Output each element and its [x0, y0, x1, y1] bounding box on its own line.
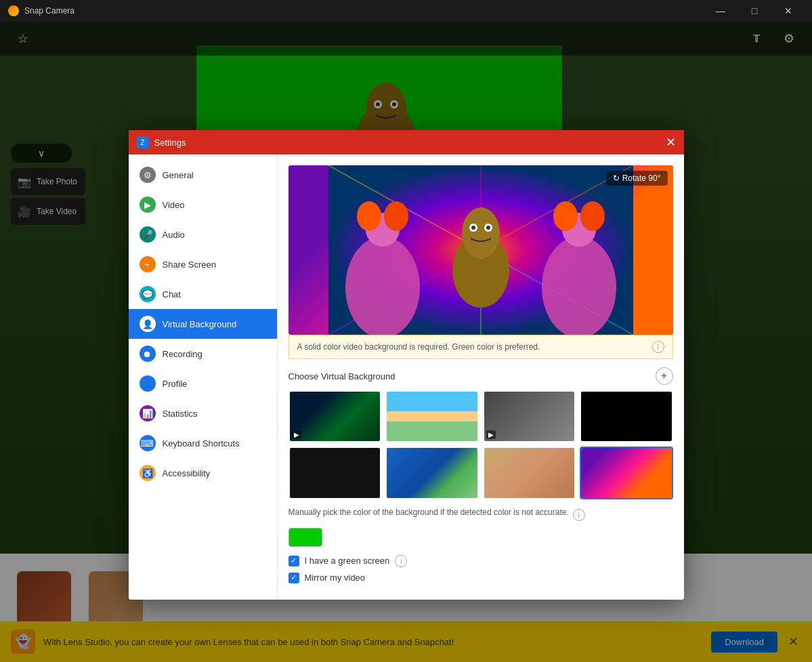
window-close-button[interactable]: ✕ — [773, 0, 804, 22]
svg-point-18 — [384, 201, 408, 231]
add-background-button[interactable]: + — [656, 367, 673, 385]
sidebar-item-video[interactable]: ▶ Video — [129, 190, 277, 220]
thumb-image — [290, 392, 381, 441]
choose-title: Choose Virtual Background — [289, 371, 396, 381]
sidebar-item-label: Chat — [163, 289, 181, 299]
thumbnails-grid: ▶ ▶ — [289, 390, 673, 499]
title-bar-controls: — □ ✕ — [705, 0, 804, 22]
video-indicator: ▶ — [486, 430, 496, 439]
choose-virtual-background-section: Choose Virtual Background + ▶ — [289, 367, 673, 499]
sidebar-item-label: Keyboard Shortcuts — [163, 438, 240, 449]
app-title: Snap Camera — [24, 6, 74, 16]
warning-text: A solid color video background is requir… — [297, 342, 540, 352]
modal-close-button[interactable]: ✕ — [666, 136, 676, 148]
background-thumbnail-aurora[interactable]: ▶ — [289, 390, 382, 442]
sidebar-item-virtual-background[interactable]: 👤 Virtual Background — [129, 309, 277, 339]
preview-container: ↻ Rotate 90° — [289, 165, 673, 335]
app-container: ☆ 𝕋 ⚙ ∨ — [0, 22, 812, 662]
svg-point-19 — [553, 201, 578, 231]
green-screen-checkbox-row: ✓ I have a green screen i — [289, 555, 673, 567]
svg-point-13 — [345, 236, 420, 335]
virtual-background-icon: 👤 — [140, 316, 156, 332]
mirror-video-label: Mirror my video — [305, 573, 366, 583]
svg-point-25 — [471, 226, 475, 230]
sidebar-item-statistics[interactable]: 📊 Statistics — [129, 398, 277, 428]
color-info-icon[interactable]: i — [573, 509, 585, 521]
sidebar-item-label: Virtual Background — [163, 319, 237, 329]
svg-point-20 — [580, 201, 605, 231]
audio-icon: 🎤 — [140, 226, 156, 243]
green-screen-checkbox[interactable]: ✓ — [289, 556, 299, 566]
sidebar-item-chat[interactable]: 💬 Chat — [129, 279, 277, 309]
title-bar-left: Snap Camera — [8, 5, 74, 16]
general-icon: ⚙ — [140, 167, 156, 183]
statistics-icon: 📊 — [140, 405, 156, 421]
sidebar-item-label: Profile — [163, 379, 188, 389]
svg-point-22 — [462, 207, 500, 259]
color-section-text: Manually pick the color of the backgroun… — [289, 508, 569, 517]
color-swatch[interactable] — [289, 528, 322, 547]
mirror-video-checkbox[interactable]: ✓ — [289, 573, 299, 583]
chat-icon: 💬 — [140, 286, 156, 302]
modal-body: ⚙ General ▶ Video 🎤 Audio + Share Screen — [129, 154, 684, 600]
keyboard-icon: ⌨ — [140, 435, 156, 451]
green-screen-label: I have a green screen — [305, 556, 390, 566]
info-icon[interactable]: i — [652, 341, 664, 353]
background-thumbnail-beach[interactable] — [385, 390, 479, 442]
sidebar-item-label: Audio — [163, 230, 185, 240]
modal-overlay: Z Settings ✕ ⚙ General ▶ Video — [0, 22, 812, 662]
mirror-video-checkbox-row: ✓ Mirror my video — [289, 573, 673, 583]
sidebar-item-label: Video — [163, 200, 185, 210]
background-thumbnail-cats[interactable] — [483, 447, 576, 499]
color-picker-row — [289, 528, 673, 547]
thumb-image — [581, 448, 672, 497]
sidebar-item-profile[interactable]: 👤 Profile — [129, 369, 277, 398]
sidebar-item-audio[interactable]: 🎤 Audio — [129, 220, 277, 249]
background-thumbnail-earth[interactable] — [385, 447, 479, 499]
sidebar-item-label: Recording — [163, 349, 202, 359]
thumb-image — [484, 392, 575, 441]
rotate-button[interactable]: ↻ Rotate 90° — [606, 171, 667, 186]
sidebar-item-label: Share Screen — [163, 260, 217, 270]
video-indicator: ▶ — [292, 430, 301, 439]
background-thumbnail-dark[interactable] — [580, 390, 673, 442]
svg-point-26 — [486, 226, 490, 230]
settings-content: ↻ Rotate 90° A solid color video backgro… — [278, 154, 684, 600]
background-thumbnail-party[interactable] — [580, 447, 673, 499]
minimize-button[interactable]: — — [705, 0, 736, 22]
sidebar-item-recording[interactable]: ⏺ Recording — [129, 339, 277, 369]
title-bar: Snap Camera — □ ✕ — [0, 0, 812, 22]
sidebar-item-label: General — [163, 170, 194, 180]
app-icon — [8, 5, 19, 16]
modal-header: Z Settings ✕ — [129, 130, 684, 154]
thumb-image — [484, 448, 575, 497]
sidebar-item-general[interactable]: ⚙ General — [129, 160, 277, 190]
green-screen-info-icon[interactable]: i — [395, 555, 407, 567]
preview-image — [289, 165, 673, 335]
recording-icon: ⏺ — [140, 346, 156, 362]
video-icon: ▶ — [140, 196, 156, 213]
sidebar-item-label: Statistics — [163, 409, 198, 419]
sidebar-item-accessibility[interactable]: ♿ Accessibility — [129, 458, 277, 488]
profile-icon: 👤 — [140, 375, 156, 392]
maximize-button[interactable]: □ — [739, 0, 770, 22]
thumb-image — [290, 448, 381, 497]
share-screen-icon: + — [140, 256, 156, 272]
thumb-image — [387, 448, 477, 497]
background-thumbnail-black[interactable] — [289, 447, 382, 499]
background-thumbnail-office[interactable]: ▶ — [483, 390, 576, 442]
sidebar-item-share-screen[interactable]: + Share Screen — [129, 249, 277, 279]
sidebar-item-keyboard-shortcuts[interactable]: ⌨ Keyboard Shortcuts — [129, 428, 277, 458]
warning-bar: A solid color video background is requir… — [289, 335, 673, 359]
thumb-image — [581, 392, 672, 441]
modal-header-icon: Z — [137, 136, 149, 148]
settings-modal: Z Settings ✕ ⚙ General ▶ Video — [129, 130, 684, 600]
modal-header-left: Z Settings — [137, 136, 186, 148]
svg-point-17 — [357, 201, 381, 231]
accessibility-icon: ♿ — [140, 465, 156, 481]
rotate-label: ↻ Rotate 90° — [613, 173, 660, 183]
settings-nav: ⚙ General ▶ Video 🎤 Audio + Share Screen — [129, 154, 278, 600]
sidebar-item-label: Accessibility — [163, 468, 211, 478]
svg-point-14 — [542, 236, 616, 335]
choose-header: Choose Virtual Background + — [289, 367, 673, 385]
